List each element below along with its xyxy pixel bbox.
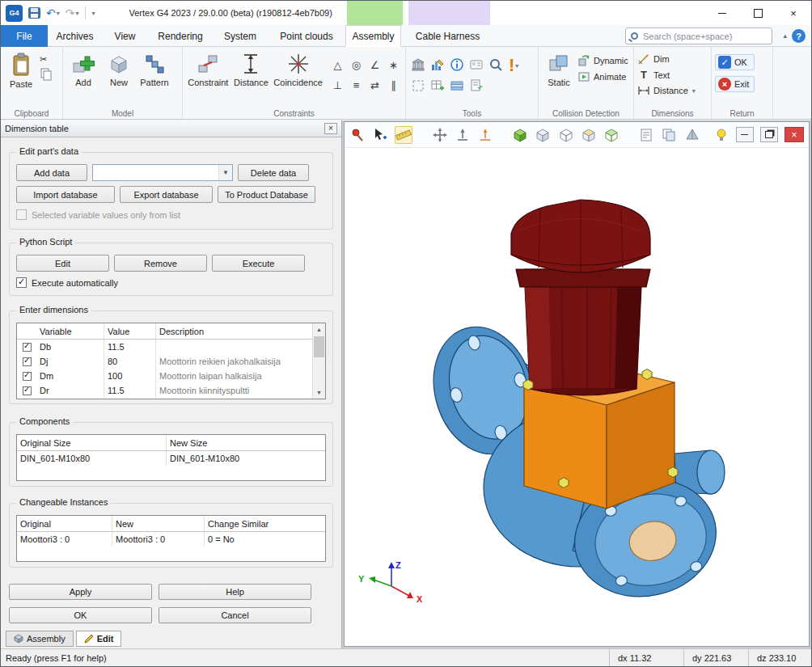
delete-data-button[interactable]: Delete data — [238, 164, 309, 181]
undo-dropdown-icon[interactable]: ▾ — [57, 10, 60, 17]
wireframe-cube-icon[interactable] — [535, 126, 551, 144]
selected-only-checkbox[interactable] — [16, 209, 27, 220]
scroll-up-icon[interactable]: ▲ — [313, 323, 325, 336]
ok-button-panel[interactable]: OK — [9, 607, 152, 623]
tab-archives[interactable]: Archives — [48, 25, 102, 47]
collision-warning-button[interactable]: !▾ — [509, 49, 518, 74]
search-input[interactable]: Search (space+space) — [625, 27, 772, 44]
undo-button[interactable]: ↶▾ — [46, 6, 60, 19]
components-table[interactable]: Original Size New Size DIN_601-M10x80 DI… — [16, 434, 326, 481]
table-add-icon[interactable] — [429, 77, 446, 95]
duplicate-icon[interactable] — [661, 126, 677, 144]
align-up-icon[interactable] — [455, 126, 471, 144]
help-button-panel[interactable]: Help — [159, 584, 311, 600]
exit-button[interactable]: × Exit — [715, 76, 755, 92]
pyramid-view-icon[interactable] — [683, 126, 700, 144]
constraint-swap-icon[interactable]: ⇄ — [366, 76, 383, 95]
python-remove-button[interactable]: Remove — [114, 255, 207, 272]
library-icon[interactable] — [409, 56, 427, 74]
to-product-database-button[interactable]: To Product Database — [218, 186, 315, 203]
export-doc-icon[interactable] — [467, 77, 485, 95]
apply-button[interactable]: Apply — [9, 584, 152, 600]
constraint-angle2-icon[interactable]: ∠ — [366, 56, 383, 74]
app-logo-icon[interactable]: G4 — [6, 5, 23, 22]
3d-model[interactable]: Z X Y — [345, 148, 809, 646]
info-icon[interactable] — [448, 56, 466, 74]
maximize-button[interactable] — [740, 1, 776, 25]
constraint-symmetry-icon[interactable]: ∗ — [385, 56, 402, 74]
move-xyz-icon[interactable] — [432, 126, 448, 144]
redo-button[interactable]: ↷▾ — [66, 6, 79, 19]
viewport-close-button[interactable]: × — [785, 127, 804, 142]
text-button[interactable]: T Text — [637, 69, 696, 81]
constraint-angle-icon[interactable]: △ — [329, 56, 346, 74]
python-edit-button[interactable]: Edit — [16, 255, 109, 272]
hidden-line-cube-icon[interactable] — [558, 126, 574, 144]
export-database-button[interactable]: Export database — [120, 186, 213, 203]
distance-button[interactable]: Distance — [232, 49, 271, 87]
transparent-cube-icon[interactable] — [603, 126, 620, 144]
distance-dropdown-icon[interactable]: ▾ — [692, 87, 696, 95]
dim-button[interactable]: Dim — [637, 53, 696, 65]
section-cube-icon[interactable] — [581, 126, 597, 144]
execute-automatically-checkbox[interactable] — [16, 277, 27, 288]
ok-button[interactable]: ✓ OK — [715, 54, 755, 70]
tab-assembly[interactable]: Assembly — [345, 25, 401, 47]
constraint-parallel-icon[interactable]: ∥ — [385, 76, 402, 95]
row-checkbox[interactable] — [23, 386, 32, 395]
qat-customize-button[interactable]: ▾ — [91, 10, 95, 17]
bottom-tab-edit[interactable]: Edit — [76, 631, 122, 647]
lightbulb-icon[interactable] — [713, 126, 730, 144]
python-execute-button[interactable]: Execute — [212, 255, 305, 272]
component-row[interactable]: DIN_601-M10x80 DIN_601-M10x80 — [17, 451, 325, 466]
ribbon-collapse-icon[interactable]: ▴ — [783, 32, 787, 40]
table-scrollbar[interactable]: ▲ ▼ — [312, 323, 325, 399]
close-button[interactable]: × — [776, 1, 811, 25]
distance-measure-button[interactable]: Distance ▾ — [637, 84, 696, 97]
select-add-icon[interactable] — [372, 126, 388, 144]
find-icon[interactable] — [487, 56, 505, 74]
paste-button[interactable]: Paste — [4, 49, 38, 89]
panel-close-button[interactable]: × — [324, 123, 337, 134]
chart-edit-icon[interactable] — [429, 56, 446, 74]
row-checkbox[interactable] — [23, 343, 32, 352]
copy-button[interactable] — [40, 68, 53, 81]
model-canvas[interactable]: Z X Y — [345, 148, 809, 646]
cancel-button[interactable]: Cancel — [159, 607, 311, 623]
coincidence-button[interactable]: Coincidence — [272, 49, 324, 87]
cut-button[interactable]: ✂ — [40, 54, 53, 65]
shaded-cube-icon[interactable] — [512, 126, 528, 144]
dimension-row[interactable]: Dj 80 Moottorin reikien jakohalkaisija — [17, 354, 312, 369]
scroll-down-icon[interactable]: ▼ — [313, 386, 325, 399]
tab-cable-harness[interactable]: Cable Harness — [407, 25, 488, 47]
align-up-active-icon[interactable] — [477, 126, 493, 144]
id-card-icon[interactable] — [467, 56, 485, 74]
dimension-row[interactable]: Dm 100 Moottorin laipan halkaisija — [17, 369, 312, 383]
animate-button[interactable]: Animate — [577, 70, 628, 83]
row-checkbox[interactable] — [23, 357, 32, 366]
notes-icon[interactable] — [638, 126, 654, 144]
constraint-concentric-icon[interactable]: ◎ — [348, 56, 365, 74]
dimension-row[interactable]: Dr 11.5 Moottorin kiinnityspultti — [17, 383, 312, 398]
minimize-button[interactable] — [704, 1, 740, 25]
frame-icon[interactable] — [409, 77, 427, 95]
measure-tool-icon[interactable] — [395, 126, 412, 144]
data-select[interactable]: ▼ — [92, 164, 233, 181]
static-button[interactable]: Static — [542, 49, 576, 87]
row-checkbox[interactable] — [23, 372, 32, 381]
viewport-minimize-button[interactable] — [736, 127, 754, 142]
dynamic-button[interactable]: Dynamic — [577, 54, 628, 67]
viewport-restore-button[interactable] — [760, 127, 778, 142]
redo-dropdown-icon[interactable]: ▾ — [75, 10, 78, 17]
add-button[interactable]: Add — [66, 49, 100, 87]
tab-rendering[interactable]: Rendering — [148, 25, 213, 47]
help-button[interactable]: ? — [792, 29, 806, 43]
table-blue-icon[interactable] — [448, 77, 466, 95]
constraint-button[interactable]: Constraint — [186, 49, 230, 87]
dimensions-table[interactable]: Variable Value Description Db 11.5 Dj 80 — [16, 323, 326, 399]
save-button[interactable] — [28, 7, 40, 19]
warning-dropdown-icon[interactable]: ▾ — [515, 62, 518, 70]
pattern-button[interactable]: Pattern — [137, 49, 171, 87]
tab-view[interactable]: View — [102, 25, 148, 47]
bottom-tab-assembly[interactable]: Assembly — [6, 631, 74, 647]
